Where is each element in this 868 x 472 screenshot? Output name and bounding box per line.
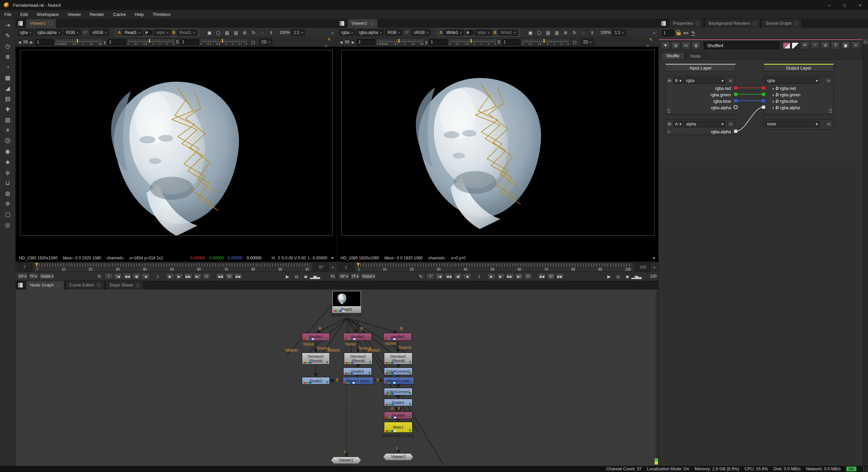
node-graph-tab[interactable]: Dope Sheet × — [105, 280, 143, 290]
toolbar-expand-icon[interactable]: » — [653, 30, 657, 35]
wipe-overlay-icon[interactable]: ▥ — [232, 29, 240, 36]
gamma-slider[interactable]: 00.10.51234 — [449, 39, 496, 45]
fstop-label[interactable]: f/8 — [23, 40, 28, 44]
close-panel-icon[interactable]: × — [851, 42, 860, 50]
tab-node[interactable]: Node — [686, 53, 706, 59]
current-frame[interactable]: 1 — [151, 274, 165, 279]
zero-icon[interactable]: ◖ — [772, 93, 774, 97]
transport-button[interactable]: ◀◀ — [445, 273, 453, 280]
refresh-icon[interactable]: ↻ — [570, 29, 579, 36]
b-input-select[interactable]: Write1▾ — [498, 29, 518, 36]
alpha-select[interactable]: rgba.alpha▾ — [35, 29, 62, 36]
close-icon[interactable]: × — [752, 21, 757, 26]
input1-layer-select[interactable]: rgba▾ — [684, 78, 725, 84]
redo-icon[interactable]: ↷ — [811, 42, 819, 50]
node-colorcorrect1[interactable]: ColorCorrect1 — [384, 388, 412, 395]
frame-increment-input[interactable]: 10 — [547, 273, 555, 280]
transport-button[interactable]: |◀ — [436, 273, 444, 280]
output2-equals-button[interactable]: = — [825, 121, 832, 127]
viewer1-canvas[interactable] — [16, 47, 337, 254]
image-icon[interactable]: ⇥ — [1, 20, 15, 31]
panel-color-swatch[interactable] — [792, 42, 799, 49]
input-process-toggle[interactable]: IP — [404, 29, 410, 36]
histogram-icon[interactable]: ▂▅▃ — [632, 273, 641, 280]
sphere-icon[interactable]: ◎ — [1, 220, 15, 230]
lock-icon[interactable] — [677, 32, 681, 35]
b-input-select[interactable]: Read1▾ — [177, 29, 197, 36]
time-icon[interactable]: ◷ — [1, 41, 15, 52]
tab-node-graph[interactable]: Node Graph × — [26, 280, 64, 290]
frame-increment-input[interactable]: 10 — [225, 273, 233, 280]
other-icon[interactable]: ⊔ — [1, 178, 15, 188]
close-icon[interactable]: × — [794, 21, 799, 26]
menu-item[interactable]: Edit — [16, 12, 32, 17]
input1-port-select[interactable]: B▾ — [673, 78, 683, 84]
node-write1[interactable]: Write1 — [384, 422, 412, 433]
input-channel-row[interactable]: rgba.alpha — [666, 104, 735, 111]
step-forward-button[interactable]: ▶▶ — [234, 273, 243, 280]
resize-grip[interactable] — [863, 467, 867, 471]
viewer-lut-select[interactable]: sRGB▾ — [411, 29, 430, 36]
gamma-input[interactable]: 1 — [429, 39, 447, 45]
3d-icon[interactable]: ▧ — [1, 115, 15, 125]
proxy-stripes-icon[interactable]: ▨ — [223, 29, 231, 36]
close-button[interactable]: × — [852, 0, 868, 10]
fstop-left-icon[interactable]: ◀ — [18, 40, 22, 44]
gain-input[interactable]: 1 — [357, 39, 375, 45]
node-denoise3[interactable]: Denoise3(Result) — [302, 353, 330, 365]
node-read1[interactable]: Read1 — [332, 291, 361, 313]
wipe-overlay-icon[interactable]: ▥ — [553, 29, 561, 36]
node-colorcorrect2[interactable]: ColorCorrect2 — [384, 368, 412, 375]
close-icon[interactable]: × — [48, 21, 53, 26]
gain-display-icon[interactable]: ▣ — [526, 29, 535, 36]
menu-item[interactable]: File — [0, 12, 16, 17]
one-icon[interactable]: D — [776, 99, 779, 104]
draw-icon[interactable]: ✎ — [1, 31, 15, 41]
roi-icon[interactable]: ◌ — [579, 29, 587, 36]
transport-button[interactable]: ▶ — [166, 273, 174, 280]
fstop-right-icon[interactable]: ▶ — [351, 40, 355, 44]
frame-icon[interactable]: ▢ — [1, 209, 15, 220]
ratio-select[interactable]: 1:1▾ — [612, 29, 626, 36]
zoom-level[interactable]: 100% — [279, 30, 290, 35]
collapse-icon[interactable]: ▼ — [661, 42, 670, 50]
display-channel-select[interactable]: RGB▾ — [64, 29, 81, 36]
transport-button[interactable]: ◀| — [132, 273, 140, 280]
range-end-input[interactable]: 97 — [314, 262, 329, 272]
close-icon[interactable]: × — [695, 21, 700, 26]
gain-input[interactable]: 1 — [35, 39, 54, 45]
histogram-icon[interactable]: ▂▅▃ — [311, 273, 319, 280]
node-graph-scrollbar[interactable] — [656, 290, 658, 466]
timeline-expand-icon[interactable]: » — [652, 262, 657, 272]
render-flag-icon[interactable]: ▶ — [283, 273, 292, 280]
metadata-icon[interactable]: ◈ — [1, 157, 15, 167]
transport-button[interactable]: ▶ — [487, 273, 496, 280]
pause-icon[interactable]: ‖ — [267, 29, 275, 36]
transport-button[interactable]: ▶| — [193, 273, 201, 280]
transport-button[interactable]: ◀ — [141, 273, 150, 280]
one-icon[interactable]: D — [776, 105, 779, 110]
properties-tab[interactable]: Properties × — [669, 19, 703, 28]
fps-select[interactable]: 24* ▾ — [339, 273, 349, 280]
properties-tab[interactable]: Background Renders × — [705, 19, 760, 28]
node-grade2[interactable]: Grade2 — [302, 377, 330, 385]
drag-grip-icon[interactable] — [667, 130, 670, 133]
saturation-input[interactable]: 1 — [502, 39, 520, 45]
viewer2-canvas[interactable] — [337, 47, 658, 254]
revert-icon[interactable]: ↺ — [821, 42, 830, 50]
transport-button[interactable]: ▶| — [515, 273, 523, 280]
playhead[interactable]: 1 — [37, 263, 37, 268]
center-node-icon[interactable]: ◎ — [671, 42, 680, 50]
transport-button[interactable]: |◀ — [114, 273, 122, 280]
deep-icon[interactable]: Ⓓ — [1, 136, 15, 146]
keyer-icon[interactable]: ◢ — [1, 83, 15, 94]
max-panels-input[interactable]: 1 — [662, 30, 674, 36]
ratio-select[interactable]: 1:1▾ — [291, 29, 305, 36]
panel-menu-icon[interactable] — [18, 282, 23, 288]
roi-icon[interactable]: ◌ — [258, 29, 267, 36]
timeline-ruler[interactable]: 1 1102030405060708090100 — [355, 262, 634, 272]
node-shuffle3[interactable]: Shuffle3 — [383, 333, 412, 341]
exposure-expand-icon[interactable]: ✎» — [325, 36, 335, 48]
transport-button[interactable]: ▶ — [175, 273, 183, 280]
view-mode-select[interactable]: 2D▾ — [581, 39, 594, 45]
